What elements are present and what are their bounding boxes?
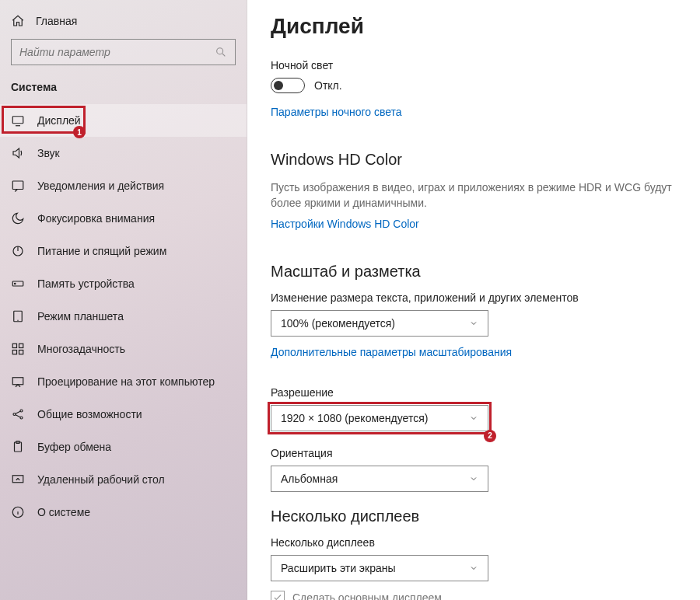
- orientation-select[interactable]: Альбомная: [271, 466, 488, 492]
- scale-select[interactable]: 100% (рекомендуется): [271, 310, 488, 337]
- scale-label: Изменение размера текста, приложений и д…: [271, 291, 677, 304]
- display-icon: [11, 113, 25, 127]
- storage-icon: [11, 277, 25, 291]
- search-input[interactable]: [19, 46, 215, 58]
- sidebar-item-power[interactable]: Питание и спящий режим: [0, 235, 247, 267]
- chevron-down-icon: [469, 413, 478, 423]
- multi-label: Несколько дисплеев: [271, 536, 677, 549]
- night-light-state: Откл.: [314, 79, 342, 92]
- projecting-icon: [11, 375, 25, 389]
- sidebar-item-label: Многозадачность: [37, 343, 125, 355]
- sidebar-item-focus[interactable]: Фокусировка внимания: [0, 202, 247, 235]
- power-icon: [11, 244, 25, 258]
- resolution-select[interactable]: 1920 × 1080 (рекомендуется): [271, 405, 488, 431]
- svg-rect-2: [12, 181, 23, 190]
- sidebar-item-label: Удаленный рабочий стол: [37, 473, 165, 486]
- home-icon: [11, 14, 25, 28]
- svg-point-13: [20, 410, 23, 412]
- scale-heading: Масштаб и разметка: [271, 263, 677, 281]
- sidebar-item-label: О системе: [37, 506, 90, 518]
- sidebar-item-label: Буфер обмена: [37, 441, 111, 453]
- svg-point-5: [15, 283, 16, 284]
- svg-rect-7: [12, 344, 16, 347]
- svg-rect-8: [19, 344, 23, 347]
- settings-main: Дисплей Ночной свет Откл. Параметры ночн…: [247, 0, 700, 600]
- sidebar-item-projecting[interactable]: Проецирование на этот компьютер: [0, 365, 247, 398]
- sidebar-item-about[interactable]: О системе: [0, 496, 247, 528]
- primary-display-label: Сделать основным дисплеем: [292, 591, 442, 600]
- svg-rect-1: [12, 117, 23, 124]
- sidebar-item-multitasking[interactable]: Многозадачность: [0, 333, 247, 365]
- svg-point-12: [13, 413, 16, 416]
- resolution-label: Разрешение: [271, 386, 677, 399]
- checkbox-icon: [271, 591, 285, 600]
- sidebar-item-label: Звук: [37, 147, 60, 159]
- notifications-icon: [11, 179, 25, 193]
- sidebar-item-label: Память устройства: [37, 277, 135, 290]
- search-icon: [215, 46, 227, 58]
- sidebar-item-label: Фокусировка внимания: [37, 212, 155, 225]
- sidebar-item-notifications[interactable]: Уведомления и действия: [0, 169, 247, 202]
- sidebar-item-label: Уведомления и действия: [37, 180, 164, 192]
- multi-heading: Несколько дисплеев: [271, 508, 677, 525]
- sidebar-item-label: Режим планшета: [37, 310, 124, 323]
- sidebar-item-shared[interactable]: Общие возможности: [0, 398, 247, 431]
- search-box[interactable]: [11, 39, 236, 65]
- resolution-value: 1920 × 1080 (рекомендуется): [281, 412, 428, 424]
- sidebar-item-clipboard[interactable]: Буфер обмена: [0, 431, 247, 463]
- chevron-down-icon: [469, 319, 478, 328]
- hd-color-desc: Пусть изображения в видео, играх и прило…: [271, 180, 677, 211]
- svg-point-14: [20, 417, 23, 419]
- orientation-value: Альбомная: [281, 473, 338, 485]
- tablet-icon: [11, 309, 25, 323]
- chevron-down-icon: [469, 474, 478, 483]
- sidebar-item-label: Питание и спящий режим: [37, 245, 166, 257]
- svg-rect-10: [19, 351, 23, 354]
- night-light-label: Ночной свет: [271, 59, 677, 72]
- section-title: Система: [0, 76, 247, 101]
- sound-icon: [11, 146, 25, 160]
- multitasking-icon: [11, 342, 25, 356]
- multi-select[interactable]: Расширить эти экраны: [271, 555, 488, 581]
- hd-color-link[interactable]: Настройки Windows HD Color: [271, 218, 419, 230]
- home-nav[interactable]: Главная: [0, 8, 247, 36]
- multi-value: Расширить эти экраны: [281, 562, 396, 574]
- sidebar-item-tablet[interactable]: Режим планшета: [0, 300, 247, 333]
- scale-advanced-link[interactable]: Дополнительные параметры масштабирования: [271, 346, 512, 358]
- clipboard-icon: [11, 440, 25, 454]
- sidebar-item-display[interactable]: Дисплей 1: [0, 104, 247, 137]
- annotation-badge-2: 2: [484, 430, 496, 442]
- info-icon: [11, 505, 25, 519]
- sidebar-item-label: Общие возможности: [37, 408, 142, 420]
- svg-rect-9: [12, 351, 16, 354]
- shared-icon: [11, 407, 25, 421]
- sidebar-item-label: Проецирование на этот компьютер: [37, 375, 215, 388]
- settings-sidebar: Главная Система Дисплей 1 Звук Уведомлен…: [0, 0, 247, 600]
- home-label: Главная: [36, 15, 77, 27]
- sidebar-item-sound[interactable]: Звук: [0, 137, 247, 169]
- sidebar-item-storage[interactable]: Память устройства: [0, 267, 247, 300]
- svg-rect-11: [12, 378, 23, 385]
- focus-icon: [11, 211, 25, 225]
- svg-point-0: [217, 48, 223, 54]
- remote-icon: [11, 473, 25, 487]
- chevron-down-icon: [469, 563, 478, 573]
- night-light-toggle[interactable]: [271, 78, 305, 93]
- scale-value: 100% (рекомендуется): [281, 317, 395, 330]
- page-title: Дисплей: [271, 14, 677, 39]
- sidebar-item-label: Дисплей: [37, 114, 81, 127]
- primary-display-checkbox-row[interactable]: Сделать основным дисплеем: [271, 591, 677, 600]
- hd-color-heading: Windows HD Color: [271, 151, 677, 169]
- orientation-label: Ориентация: [271, 447, 677, 459]
- sidebar-item-remote[interactable]: Удаленный рабочий стол: [0, 463, 247, 496]
- night-light-settings-link[interactable]: Параметры ночного света: [271, 106, 402, 118]
